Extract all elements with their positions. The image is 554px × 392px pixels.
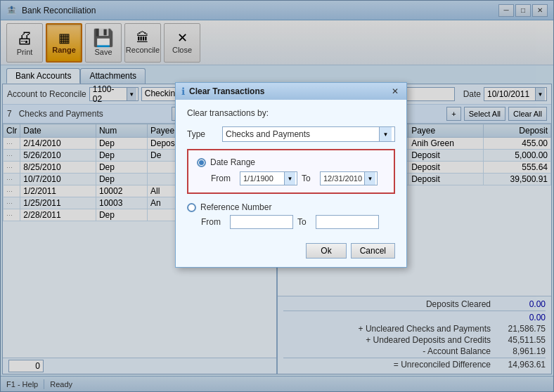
type-select[interactable]: Checks and Payments ▼ [222,126,395,142]
date-range-section: Date Range From 1/1/1900 ▼ To 12/31/2010… [187,149,395,194]
date-range-radio[interactable] [197,158,206,167]
type-label: Type [187,129,222,139]
cancel-button[interactable]: Cancel [351,243,395,259]
date-range-label: Date Range [210,157,255,167]
from-date-input[interactable]: 1/1/1900 ▼ [240,171,297,185]
ref-from-input[interactable] [230,215,293,229]
ref-inputs: From To [187,215,395,229]
ref-number-radio-row: Reference Number [187,202,395,212]
from-date-arrow[interactable]: ▼ [284,172,295,185]
date-range-radio-row: Date Range [197,157,385,167]
type-select-arrow[interactable]: ▼ [379,127,392,141]
modal-subtitle: Clear transactions by: [187,108,395,118]
ref-to-input[interactable] [316,215,379,229]
modal-overlay: ℹ Clear Transactions ✕ Clear transaction… [0,0,554,392]
ref-number-radio[interactable] [187,203,196,212]
to-label: To [302,174,316,183]
ok-button[interactable]: Ok [306,243,346,259]
ref-number-label: Reference Number [200,202,271,212]
modal-info-icon: ℹ [181,86,185,97]
modal-title: Clear Transactions [189,86,385,96]
modal-footer: Ok Cancel [176,237,406,267]
modal-body: Clear transactions by: Type Checks and P… [176,100,406,237]
from-label: From [211,174,236,183]
ref-from-label: From [201,217,226,227]
to-date-input[interactable]: 12/31/2010 ▼ [320,171,378,185]
date-range-inputs: From 1/1/1900 ▼ To 12/31/2010 ▼ [197,171,385,185]
modal-close-button[interactable]: ✕ [389,86,401,97]
type-select-value: Checks and Payments [226,129,379,139]
clear-transactions-modal: ℹ Clear Transactions ✕ Clear transaction… [175,82,407,268]
ref-to-label: To [297,217,311,227]
to-date-arrow[interactable]: ▼ [364,172,375,185]
type-field: Type Checks and Payments ▼ [187,126,395,142]
modal-title-bar: ℹ Clear Transactions ✕ [176,83,406,100]
